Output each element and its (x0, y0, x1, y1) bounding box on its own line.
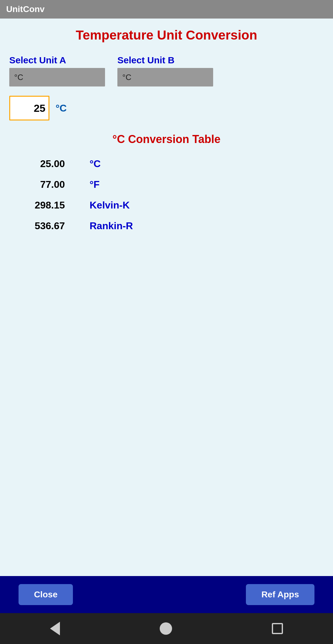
conversion-table-title: °C Conversion Table (9, 133, 324, 146)
table-row: 77.00 °F (28, 176, 324, 193)
input-unit-label: °C (56, 103, 67, 114)
title-bar: UnitConv (0, 0, 333, 19)
conv-unit-0: °C (90, 158, 101, 170)
recents-icon (272, 623, 283, 634)
unit-a-label: Select Unit A (9, 55, 105, 65)
input-row: °C (9, 96, 324, 120)
unit-a-group: Select Unit A °C °F Kelvin-K Rankin-R (9, 55, 105, 86)
main-content: Temperature Unit Conversion Select Unit … (0, 19, 333, 576)
unit-b-group: Select Unit B °C °F Kelvin-K Rankin-R (117, 55, 213, 86)
ref-apps-button[interactable]: Ref Apps (246, 584, 314, 605)
unit-b-label: Select Unit B (117, 55, 213, 65)
back-nav-button[interactable] (50, 622, 60, 635)
conversion-table: 25.00 °C 77.00 °F 298.15 Kelvin-K 536.67… (9, 155, 324, 235)
table-row: 536.67 Rankin-R (28, 217, 324, 235)
recents-nav-button[interactable] (272, 623, 283, 634)
back-icon (50, 622, 60, 635)
conv-unit-1: °F (90, 179, 99, 190)
nav-bar (0, 613, 333, 644)
page-title: Temperature Unit Conversion (9, 28, 324, 43)
table-row: 25.00 °C (28, 155, 324, 173)
conv-value-1: 77.00 (28, 179, 65, 190)
conv-unit-2: Kelvin-K (90, 200, 130, 211)
bottom-bar: Close Ref Apps (0, 576, 333, 613)
conv-value-3: 536.67 (28, 220, 65, 232)
conv-unit-3: Rankin-R (90, 220, 133, 232)
unit-b-select[interactable]: °C °F Kelvin-K Rankin-R (117, 68, 213, 86)
value-input[interactable] (9, 96, 49, 120)
app-name: UnitConv (6, 4, 44, 14)
home-nav-button[interactable] (160, 622, 172, 635)
unit-a-select[interactable]: °C °F Kelvin-K Rankin-R (9, 68, 105, 86)
close-button[interactable]: Close (19, 584, 73, 605)
selectors-row: Select Unit A °C °F Kelvin-K Rankin-R Se… (9, 55, 324, 86)
home-icon (160, 622, 172, 635)
conv-value-2: 298.15 (28, 200, 65, 211)
conv-value-0: 25.00 (28, 158, 65, 170)
table-row: 298.15 Kelvin-K (28, 196, 324, 214)
